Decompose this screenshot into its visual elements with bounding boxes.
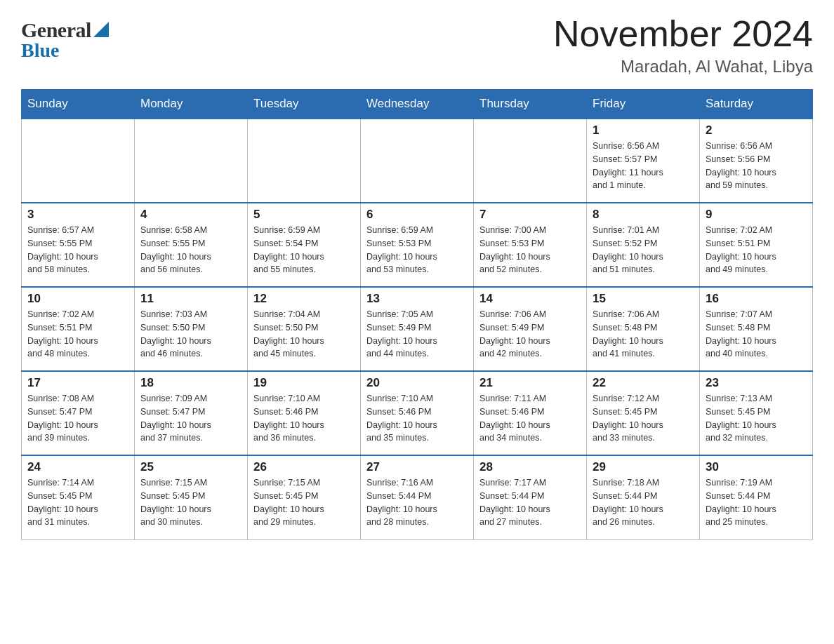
day-info: Sunrise: 7:03 AMSunset: 5:50 PMDaylight:…: [140, 308, 241, 361]
day-number: 9: [706, 208, 807, 222]
day-header-tuesday: Tuesday: [248, 90, 361, 119]
day-number: 18: [140, 376, 241, 390]
day-info: Sunrise: 7:02 AMSunset: 5:51 PMDaylight:…: [706, 224, 807, 276]
calendar-cell: 3Sunrise: 6:57 AMSunset: 5:55 PMDaylight…: [22, 203, 135, 287]
calendar-cell: 14Sunrise: 7:06 AMSunset: 5:49 PMDayligh…: [474, 287, 587, 371]
location-title: Maradah, Al Wahat, Libya: [553, 57, 813, 76]
day-info: Sunrise: 7:06 AMSunset: 5:49 PMDaylight:…: [479, 308, 581, 361]
day-info: Sunrise: 7:12 AMSunset: 5:45 PMDaylight:…: [593, 392, 694, 445]
day-info: Sunrise: 7:14 AMSunset: 5:45 PMDaylight:…: [27, 476, 128, 529]
day-info: Sunrise: 7:09 AMSunset: 5:47 PMDaylight:…: [140, 392, 241, 445]
calendar-cell: 9Sunrise: 7:02 AMSunset: 5:51 PMDaylight…: [700, 203, 813, 287]
calendar-cell: 18Sunrise: 7:09 AMSunset: 5:47 PMDayligh…: [135, 371, 248, 455]
calendar-cell: 10Sunrise: 7:02 AMSunset: 5:51 PMDayligh…: [22, 287, 135, 371]
month-title: November 2024: [553, 14, 813, 54]
calendar-cell: 15Sunrise: 7:06 AMSunset: 5:48 PMDayligh…: [587, 287, 700, 371]
calendar-cell: 29Sunrise: 7:18 AMSunset: 5:44 PMDayligh…: [587, 455, 700, 539]
calendar-cell: 1Sunrise: 6:56 AMSunset: 5:57 PMDaylight…: [587, 119, 700, 203]
calendar-cell: 5Sunrise: 6:59 AMSunset: 5:54 PMDaylight…: [248, 203, 361, 287]
calendar-cell: 22Sunrise: 7:12 AMSunset: 5:45 PMDayligh…: [587, 371, 700, 455]
logo-triangle-icon: [93, 22, 109, 37]
logo-blue-text: Blue: [21, 41, 59, 60]
calendar-cell: 12Sunrise: 7:04 AMSunset: 5:50 PMDayligh…: [248, 287, 361, 371]
calendar-cell: 2Sunrise: 6:56 AMSunset: 5:56 PMDaylight…: [700, 119, 813, 203]
day-info: Sunrise: 6:57 AMSunset: 5:55 PMDaylight:…: [27, 224, 128, 276]
calendar-week-row: 17Sunrise: 7:08 AMSunset: 5:47 PMDayligh…: [22, 371, 813, 455]
calendar-cell: 13Sunrise: 7:05 AMSunset: 5:49 PMDayligh…: [361, 287, 474, 371]
logo-area: General Blue: [21, 14, 109, 60]
day-number: 12: [253, 292, 355, 306]
calendar-cell: 28Sunrise: 7:17 AMSunset: 5:44 PMDayligh…: [474, 455, 587, 539]
day-number: 16: [706, 292, 807, 306]
day-number: 13: [366, 292, 468, 306]
day-number: 28: [479, 460, 581, 474]
day-info: Sunrise: 7:04 AMSunset: 5:50 PMDaylight:…: [253, 308, 355, 361]
day-number: 15: [593, 292, 694, 306]
logo-general-text: General: [21, 20, 91, 41]
day-number: 11: [140, 292, 241, 306]
day-number: 2: [706, 123, 807, 137]
calendar-cell: [474, 119, 587, 203]
day-header-wednesday: Wednesday: [361, 90, 474, 119]
calendar-week-row: 3Sunrise: 6:57 AMSunset: 5:55 PMDaylight…: [22, 203, 813, 287]
day-info: Sunrise: 7:00 AMSunset: 5:53 PMDaylight:…: [479, 224, 581, 276]
day-info: Sunrise: 6:56 AMSunset: 5:56 PMDaylight:…: [706, 140, 807, 192]
day-number: 10: [27, 292, 128, 306]
calendar-cell: 21Sunrise: 7:11 AMSunset: 5:46 PMDayligh…: [474, 371, 587, 455]
calendar-cell: 25Sunrise: 7:15 AMSunset: 5:45 PMDayligh…: [135, 455, 248, 539]
title-area: November 2024 Maradah, Al Wahat, Libya: [553, 14, 813, 76]
day-number: 23: [706, 376, 807, 390]
calendar-cell: 4Sunrise: 6:58 AMSunset: 5:55 PMDaylight…: [135, 203, 248, 287]
day-info: Sunrise: 7:01 AMSunset: 5:52 PMDaylight:…: [593, 224, 694, 276]
day-number: 8: [593, 208, 694, 222]
day-info: Sunrise: 7:08 AMSunset: 5:47 PMDaylight:…: [27, 392, 128, 445]
calendar-week-row: 1Sunrise: 6:56 AMSunset: 5:57 PMDaylight…: [22, 119, 813, 203]
day-info: Sunrise: 7:15 AMSunset: 5:45 PMDaylight:…: [140, 476, 241, 529]
day-info: Sunrise: 7:17 AMSunset: 5:44 PMDaylight:…: [479, 476, 581, 529]
calendar-cell: 23Sunrise: 7:13 AMSunset: 5:45 PMDayligh…: [700, 371, 813, 455]
day-info: Sunrise: 6:59 AMSunset: 5:53 PMDaylight:…: [366, 224, 468, 276]
day-info: Sunrise: 7:05 AMSunset: 5:49 PMDaylight:…: [366, 308, 468, 361]
day-header-friday: Friday: [587, 90, 700, 119]
calendar-week-row: 24Sunrise: 7:14 AMSunset: 5:45 PMDayligh…: [22, 455, 813, 539]
calendar-table: SundayMondayTuesdayWednesdayThursdayFrid…: [21, 89, 813, 540]
day-info: Sunrise: 7:19 AMSunset: 5:44 PMDaylight:…: [706, 476, 807, 529]
day-number: 3: [27, 208, 128, 222]
day-info: Sunrise: 6:59 AMSunset: 5:54 PMDaylight:…: [253, 224, 355, 276]
day-number: 4: [140, 208, 241, 222]
day-info: Sunrise: 7:18 AMSunset: 5:44 PMDaylight:…: [593, 476, 694, 529]
calendar-cell: [22, 119, 135, 203]
day-number: 19: [253, 376, 355, 390]
day-number: 7: [479, 208, 581, 222]
day-number: 6: [366, 208, 468, 222]
day-number: 21: [479, 376, 581, 390]
day-header-monday: Monday: [135, 90, 248, 119]
day-number: 5: [253, 208, 355, 222]
calendar-cell: 24Sunrise: 7:14 AMSunset: 5:45 PMDayligh…: [22, 455, 135, 539]
calendar-cell: 19Sunrise: 7:10 AMSunset: 5:46 PMDayligh…: [248, 371, 361, 455]
day-info: Sunrise: 7:06 AMSunset: 5:48 PMDaylight:…: [593, 308, 694, 361]
calendar-cell: 16Sunrise: 7:07 AMSunset: 5:48 PMDayligh…: [700, 287, 813, 371]
calendar-cell: 27Sunrise: 7:16 AMSunset: 5:44 PMDayligh…: [361, 455, 474, 539]
day-info: Sunrise: 7:10 AMSunset: 5:46 PMDaylight:…: [253, 392, 355, 445]
day-info: Sunrise: 7:11 AMSunset: 5:46 PMDaylight:…: [479, 392, 581, 445]
calendar-cell: 26Sunrise: 7:15 AMSunset: 5:45 PMDayligh…: [248, 455, 361, 539]
day-info: Sunrise: 7:13 AMSunset: 5:45 PMDaylight:…: [706, 392, 807, 445]
day-number: 30: [706, 460, 807, 474]
day-info: Sunrise: 7:16 AMSunset: 5:44 PMDaylight:…: [366, 476, 468, 529]
day-number: 20: [366, 376, 468, 390]
day-number: 14: [479, 292, 581, 306]
day-info: Sunrise: 6:58 AMSunset: 5:55 PMDaylight:…: [140, 224, 241, 276]
day-header-sunday: Sunday: [22, 90, 135, 119]
calendar-cell: 11Sunrise: 7:03 AMSunset: 5:50 PMDayligh…: [135, 287, 248, 371]
day-number: 29: [593, 460, 694, 474]
day-number: 1: [593, 123, 694, 137]
day-number: 27: [366, 460, 468, 474]
calendar-cell: 20Sunrise: 7:10 AMSunset: 5:46 PMDayligh…: [361, 371, 474, 455]
day-info: Sunrise: 7:10 AMSunset: 5:46 PMDaylight:…: [366, 392, 468, 445]
calendar-cell: [135, 119, 248, 203]
day-info: Sunrise: 7:02 AMSunset: 5:51 PMDaylight:…: [27, 308, 128, 361]
calendar-cell: 17Sunrise: 7:08 AMSunset: 5:47 PMDayligh…: [22, 371, 135, 455]
day-number: 17: [27, 376, 128, 390]
calendar-cell: 6Sunrise: 6:59 AMSunset: 5:53 PMDaylight…: [361, 203, 474, 287]
